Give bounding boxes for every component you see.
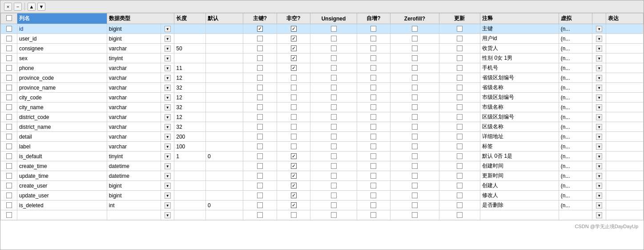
- checkbox[interactable]: [457, 36, 463, 41]
- checkbox[interactable]: [291, 173, 297, 179]
- checkbox[interactable]: [6, 114, 12, 120]
- type-dropdown[interactable]: ▼: [596, 104, 602, 111]
- type-dropdown[interactable]: ▼: [165, 45, 171, 52]
- checkbox[interactable]: [331, 55, 337, 61]
- checkbox[interactable]: [370, 104, 376, 110]
- checkbox[interactable]: [6, 65, 12, 71]
- checkbox[interactable]: [257, 153, 263, 159]
- type-dropdown[interactable]: ▼: [596, 114, 602, 120]
- checkbox[interactable]: [412, 114, 418, 120]
- checkbox[interactable]: [6, 134, 12, 139]
- checkbox[interactable]: [412, 65, 418, 71]
- checkbox[interactable]: [257, 65, 263, 71]
- checkbox[interactable]: [370, 85, 376, 90]
- move-down-button[interactable]: ▼: [37, 3, 45, 11]
- type-dropdown[interactable]: ▼: [596, 202, 602, 209]
- checkbox[interactable]: [6, 124, 12, 130]
- type-dropdown[interactable]: ▼: [596, 36, 602, 42]
- checkbox[interactable]: [412, 55, 418, 61]
- checkbox[interactable]: [291, 114, 297, 120]
- checkbox[interactable]: [370, 55, 376, 61]
- checkbox[interactable]: [291, 202, 297, 208]
- checkbox[interactable]: [331, 143, 337, 149]
- type-dropdown[interactable]: ▼: [596, 134, 602, 140]
- checkbox[interactable]: [291, 124, 297, 130]
- checkbox[interactable]: [370, 183, 376, 189]
- type-dropdown[interactable]: ▼: [165, 143, 171, 150]
- checkbox[interactable]: [370, 94, 376, 100]
- type-dropdown[interactable]: ▼: [596, 124, 602, 130]
- checkbox[interactable]: [291, 75, 297, 81]
- checkbox[interactable]: [412, 193, 418, 198]
- checkbox[interactable]: [457, 85, 463, 90]
- type-dropdown[interactable]: ▼: [165, 183, 171, 189]
- type-dropdown[interactable]: ▼: [165, 94, 171, 101]
- checkbox[interactable]: [412, 134, 418, 139]
- checkbox[interactable]: [291, 85, 297, 90]
- checkbox[interactable]: [457, 55, 463, 61]
- checkbox[interactable]: [6, 183, 12, 189]
- checkbox[interactable]: [291, 94, 297, 100]
- checkbox[interactable]: [257, 36, 263, 41]
- checkbox[interactable]: [457, 26, 463, 32]
- type-dropdown[interactable]: ▼: [596, 153, 602, 160]
- checkbox[interactable]: [257, 45, 263, 51]
- checkbox[interactable]: [412, 163, 418, 169]
- checkbox[interactable]: [6, 143, 12, 149]
- type-dropdown[interactable]: ▼: [165, 55, 171, 61]
- type-dropdown[interactable]: ▼: [596, 85, 602, 91]
- checkbox[interactable]: [331, 45, 337, 51]
- checkbox[interactable]: [412, 104, 418, 110]
- checkbox[interactable]: [412, 94, 418, 100]
- checkbox[interactable]: [457, 202, 463, 208]
- checkbox[interactable]: [6, 75, 12, 81]
- type-dropdown[interactable]: ▼: [596, 143, 602, 150]
- checkbox[interactable]: [457, 94, 463, 100]
- checkbox[interactable]: [257, 104, 263, 110]
- type-dropdown[interactable]: ▼: [165, 65, 171, 71]
- checkbox[interactable]: [257, 75, 263, 81]
- checkbox[interactable]: [291, 153, 297, 159]
- checkbox[interactable]: [291, 143, 297, 149]
- checkbox[interactable]: [370, 65, 376, 71]
- minimize-button[interactable]: −: [14, 3, 22, 11]
- checkbox[interactable]: [457, 124, 463, 130]
- checkbox[interactable]: [331, 114, 337, 120]
- checkbox[interactable]: [457, 193, 463, 198]
- checkbox[interactable]: [331, 75, 337, 81]
- checkbox[interactable]: [331, 193, 337, 198]
- checkbox[interactable]: [331, 163, 337, 169]
- checkbox[interactable]: [457, 143, 463, 149]
- checkbox[interactable]: [331, 134, 337, 139]
- type-dropdown[interactable]: ▼: [165, 173, 171, 179]
- checkbox[interactable]: [291, 193, 297, 198]
- checkbox[interactable]: [331, 202, 337, 208]
- checkbox[interactable]: [6, 104, 12, 110]
- checkbox[interactable]: [412, 183, 418, 189]
- checkbox[interactable]: [370, 212, 376, 218]
- checkbox[interactable]: [6, 85, 12, 90]
- checkbox[interactable]: [6, 202, 12, 208]
- checkbox[interactable]: [412, 85, 418, 90]
- checkbox[interactable]: [291, 55, 297, 61]
- type-dropdown[interactable]: ▼: [165, 134, 171, 140]
- checkbox[interactable]: [457, 163, 463, 169]
- type-dropdown[interactable]: ▼: [165, 124, 171, 130]
- checkbox[interactable]: [412, 75, 418, 81]
- move-up-button[interactable]: ▲: [28, 3, 36, 11]
- checkbox[interactable]: [257, 94, 263, 100]
- checkbox[interactable]: [6, 45, 12, 51]
- checkbox[interactable]: [331, 65, 337, 71]
- checkbox[interactable]: [331, 85, 337, 90]
- type-dropdown[interactable]: ▼: [596, 26, 602, 32]
- checkbox[interactable]: [370, 26, 376, 32]
- type-dropdown[interactable]: ▼: [596, 65, 602, 71]
- checkbox[interactable]: [257, 114, 263, 120]
- checkbox[interactable]: [6, 163, 12, 169]
- checkbox[interactable]: [457, 183, 463, 189]
- checkbox[interactable]: [370, 173, 376, 179]
- type-dropdown[interactable]: ▼: [165, 212, 171, 218]
- checkbox[interactable]: [457, 212, 463, 218]
- checkbox[interactable]: [257, 124, 263, 130]
- checkbox[interactable]: [6, 26, 12, 32]
